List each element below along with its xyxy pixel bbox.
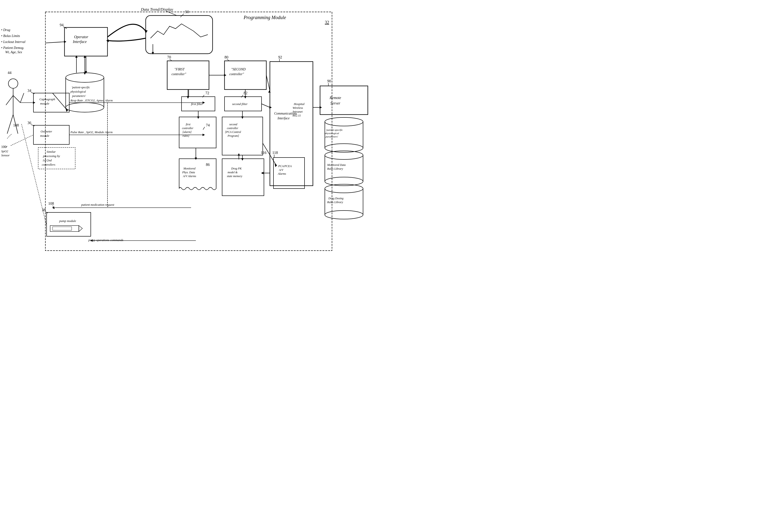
svg-text:74: 74	[206, 123, 210, 127]
svg-text:Intranet: Intranet	[292, 110, 303, 113]
svg-text:'patient-specific: 'patient-specific	[71, 86, 90, 89]
svg-text:Rules Library: Rules Library	[327, 200, 343, 204]
svg-text:Drug PK: Drug PK	[231, 167, 242, 170]
svg-text:108: 108	[13, 123, 19, 127]
svg-text:patient medication request: patient medication request	[81, 203, 115, 206]
svg-text:118: 118	[272, 151, 278, 155]
diagram-svg: Programming Module 32 Data Trend/Display…	[0, 0, 380, 266]
svg-text:A/V Alarms: A/V Alarms	[183, 174, 196, 178]
svg-text:first: first	[186, 123, 191, 126]
svg-text:Capnograph: Capnograph	[39, 97, 55, 101]
svg-text:pump operations commands: pump operations commands	[88, 238, 123, 242]
svg-text:72: 72	[206, 91, 209, 95]
svg-text:Resp Rate , ETCO2, Apnea Alarm: Resp Rate , ETCO2, Apnea Alarm	[70, 99, 113, 102]
svg-text:module: module	[40, 134, 49, 138]
svg-text:Pulse Rate , SpO2, Module Alar: Pulse Rate , SpO2, Module Alarm	[70, 130, 113, 134]
svg-text:44: 44	[8, 71, 12, 75]
svg-text:Program]: Program]	[227, 134, 239, 138]
svg-text:36: 36	[27, 121, 31, 125]
svg-text:• Drug: • Drug	[1, 28, 10, 32]
svg-text:physiological: physiological	[325, 132, 339, 135]
svg-text:Operator: Operator	[74, 35, 88, 39]
svg-text:module: module	[40, 102, 49, 105]
svg-text:Remote: Remote	[329, 96, 341, 100]
svg-text:802.11: 802.11	[293, 113, 301, 117]
svg-text:50: 50	[185, 10, 189, 14]
svg-text:A/V: A/V	[279, 168, 284, 172]
svg-text:70: 70	[167, 55, 171, 59]
svg-text:controller: controller	[182, 126, 193, 130]
svg-text:Interface: Interface	[72, 40, 87, 44]
svg-text:90: 90	[327, 79, 331, 83]
svg-text:Programming Module: Programming Module	[243, 15, 286, 20]
svg-text:Phys. Data: Phys. Data	[182, 171, 195, 174]
svg-text:pump module: pump module	[59, 219, 76, 223]
svg-text:controller": controller"	[171, 72, 186, 76]
svg-text:1st/2nd: 1st/2nd	[42, 158, 52, 162]
svg-text:Drug Dosing: Drug Dosing	[328, 197, 344, 200]
svg-text:second filter: second filter	[232, 102, 248, 106]
svg-text:physiological: physiological	[70, 90, 86, 93]
svg-text:• Lockout Interval: • Lockout Interval	[1, 40, 25, 44]
svg-text:[PCA Control: [PCA Control	[225, 130, 241, 134]
svg-text:parameters': parameters'	[72, 94, 86, 98]
svg-text:Sensor: Sensor	[1, 154, 10, 157]
svg-text:100: 100	[1, 145, 6, 149]
svg-text:rules]: rules]	[182, 134, 189, 138]
svg-text:94: 94	[60, 23, 64, 27]
svg-text:32: 32	[325, 20, 329, 25]
svg-text:second: second	[229, 123, 237, 126]
svg-text:processing by: processing by	[43, 154, 60, 158]
svg-text:116: 116	[261, 151, 266, 155]
svg-text:86: 86	[206, 162, 210, 167]
svg-text:first filter: first filter	[191, 102, 203, 106]
svg-text:92: 92	[278, 55, 282, 59]
svg-text:Server: Server	[330, 101, 341, 105]
svg-text:80: 80	[224, 55, 228, 59]
svg-text:Wt, Age, Sex: Wt, Age, Sex	[5, 50, 22, 54]
svg-text:Alarms: Alarms	[277, 172, 286, 175]
svg-text:PCA/PCEA: PCA/PCEA	[278, 164, 292, 168]
svg-text:'patient-specific: 'patient-specific	[326, 128, 343, 131]
svg-text:model &: model &	[228, 171, 238, 174]
svg-text:Hospital: Hospital	[294, 102, 305, 106]
svg-text:Monitored Data: Monitored Data	[327, 163, 346, 167]
svg-text:Wireless: Wireless	[293, 106, 303, 110]
svg-text:Interface: Interface	[277, 116, 290, 120]
svg-text:Rules Library: Rules Library	[327, 167, 343, 170]
svg-text:controller: controller	[227, 126, 238, 130]
svg-text:state memory: state memory	[227, 174, 242, 178]
svg-text:parameters': parameters'	[325, 135, 338, 138]
svg-text:• Patient Demog.: • Patient Demog.	[1, 46, 24, 50]
svg-text:Data Trend/Display: Data Trend/Display	[141, 7, 173, 12]
svg-text:SpO2: SpO2	[1, 150, 8, 153]
svg-text:Oximeter: Oximeter	[41, 130, 52, 133]
svg-text:"SECOND: "SECOND	[231, 67, 246, 71]
svg-text:34: 34	[27, 89, 31, 93]
svg-text:"FIRST: "FIRST	[174, 67, 185, 71]
svg-text:controllers: controllers	[42, 163, 55, 166]
svg-text:108: 108	[48, 201, 54, 205]
svg-text:[alarm]: [alarm]	[182, 130, 192, 134]
svg-text:controller": controller"	[229, 72, 244, 76]
svg-text:Monitored: Monitored	[183, 167, 196, 170]
svg-text:• Bolus Limits: • Bolus Limits	[1, 34, 20, 38]
svg-text:Similar: Similar	[47, 150, 56, 154]
diagram-container: Programming Module 32 Data Trend/Display…	[0, 0, 380, 266]
